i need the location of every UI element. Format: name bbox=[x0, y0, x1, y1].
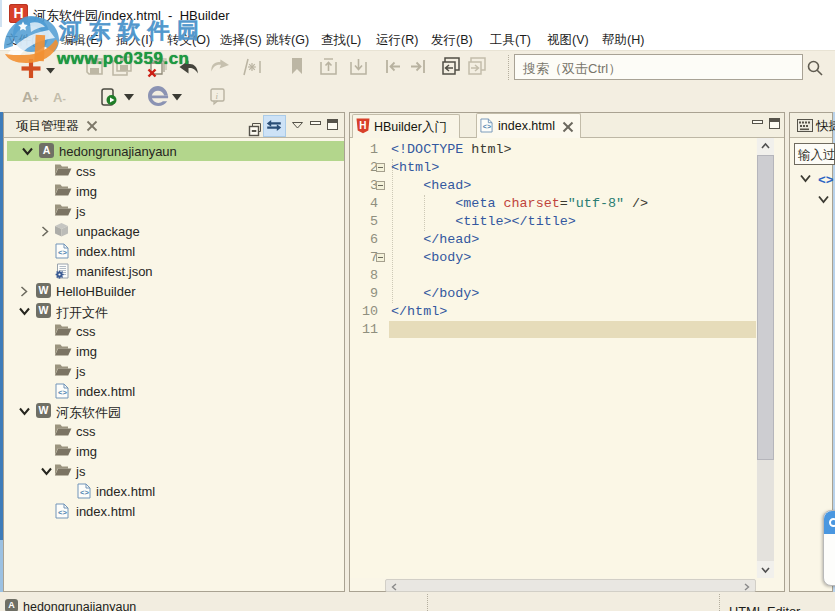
svg-text:<>: <> bbox=[58, 389, 68, 397]
svg-text:H: H bbox=[359, 120, 366, 131]
svg-text:i: i bbox=[216, 91, 219, 101]
svg-text:<>: <> bbox=[58, 249, 68, 257]
svg-text:<>: <> bbox=[80, 489, 90, 497]
svg-text:<>: <> bbox=[483, 123, 491, 131]
svg-text:<>: <> bbox=[58, 509, 68, 517]
